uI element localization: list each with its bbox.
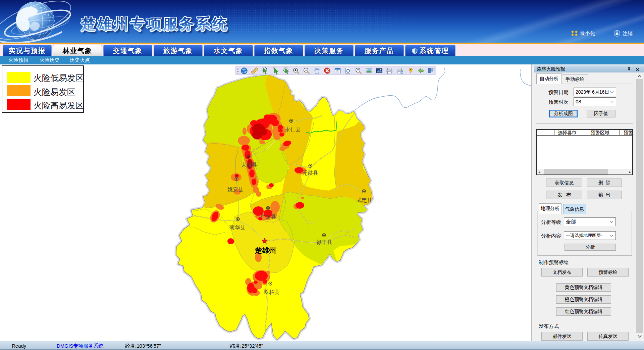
svg-text:n: n xyxy=(336,69,338,73)
svg-text:大姚县: 大姚县 xyxy=(241,162,257,168)
svg-text:元谋县: 元谋县 xyxy=(302,170,318,176)
svg-text:永仁县: 永仁县 xyxy=(285,127,301,132)
svg-text:禄丰县: 禄丰县 xyxy=(316,239,332,245)
svg-text:牟定县: 牟定县 xyxy=(260,214,276,220)
svg-text:南华县: 南华县 xyxy=(229,224,246,230)
svg-text:双柏县: 双柏县 xyxy=(264,289,280,295)
svg-text:武定县: 武定县 xyxy=(356,197,372,203)
svg-text:楚雄州: 楚雄州 xyxy=(255,246,276,254)
svg-text:姚安县: 姚安县 xyxy=(227,187,244,192)
svg-text:?: ? xyxy=(357,68,359,72)
